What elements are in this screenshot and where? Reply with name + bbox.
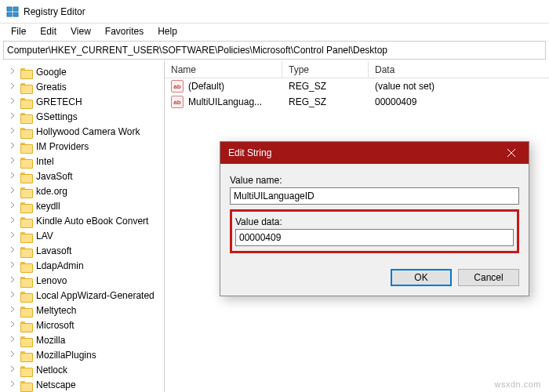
svg-rect-2 <box>7 13 12 16</box>
folder-icon <box>20 305 33 316</box>
tree-item-label: Lavasoft <box>36 245 71 256</box>
tree-item-label: Mozilla <box>36 335 65 346</box>
dialog-body: Value name: Value data: <box>220 164 529 263</box>
folder-icon <box>20 335 33 346</box>
chevron-right-icon[interactable] <box>8 276 17 285</box>
chevron-right-icon[interactable] <box>8 112 17 121</box>
tree-item[interactable]: Netlock <box>0 362 164 377</box>
chevron-right-icon[interactable] <box>8 336 17 344</box>
list-row[interactable]: ab(Default)REG_SZ(value not set) <box>165 78 549 94</box>
tree-item[interactable]: kde.org <box>0 183 164 198</box>
tree-item-label: Google <box>36 67 67 78</box>
tree-item-label: JavaSoft <box>36 171 73 182</box>
menu-edit[interactable]: Edit <box>34 24 63 38</box>
chevron-right-icon[interactable] <box>8 216 17 225</box>
chevron-right-icon[interactable] <box>8 291 17 299</box>
dialog-close-button[interactable] <box>494 142 529 164</box>
chevron-right-icon[interactable] <box>8 365 17 374</box>
folder-icon <box>20 275 33 286</box>
string-value-icon: ab <box>171 96 184 108</box>
folder-icon <box>20 350 33 361</box>
tree-item[interactable]: Lenovo <box>0 273 164 288</box>
folder-icon <box>20 156 33 167</box>
tree-item-label: Intel <box>36 156 54 167</box>
tree-item[interactable]: Lavasoft <box>0 243 164 258</box>
dialog-titlebar[interactable]: Edit String <box>220 142 529 164</box>
tree-item[interactable]: IM Providers <box>0 139 164 154</box>
tree-item[interactable]: Kindle Auto eBook Convert <box>0 213 164 228</box>
chevron-right-icon[interactable] <box>8 97 17 106</box>
dialog-buttons: OK Cancel <box>220 263 529 296</box>
tree-item[interactable]: LAV <box>0 228 164 243</box>
svg-rect-0 <box>7 7 12 11</box>
col-header-data[interactable]: Data <box>369 61 549 78</box>
tree-item[interactable]: GRETECH <box>0 94 164 109</box>
chevron-right-icon[interactable] <box>8 231 17 240</box>
tree-item-label: Meltytech <box>36 305 76 316</box>
col-header-type[interactable]: Type <box>282 61 369 78</box>
value-name-label: Value name: <box>230 175 519 186</box>
cell-data: 00000409 <box>369 96 549 107</box>
cancel-button[interactable]: Cancel <box>458 269 519 286</box>
chevron-right-icon[interactable] <box>8 380 17 389</box>
menu-help[interactable]: Help <box>151 24 184 38</box>
window-title: Registry Editor <box>24 6 85 17</box>
regedit-icon <box>6 5 19 18</box>
edit-string-dialog: Edit String Value name: Value data: OK C… <box>220 141 529 296</box>
chevron-right-icon[interactable] <box>8 350 17 359</box>
tree-item[interactable]: Meltytech <box>0 303 164 318</box>
tree-item[interactable]: LdapAdmin <box>0 258 164 273</box>
tree-item[interactable]: keydll <box>0 198 164 213</box>
tree-item[interactable]: Local AppWizard-Generated <box>0 288 164 303</box>
folder-icon <box>20 141 33 152</box>
tree-item[interactable]: Netscape <box>0 377 164 392</box>
chevron-right-icon[interactable] <box>8 127 17 136</box>
value-data-input[interactable] <box>235 229 514 246</box>
tree-item[interactable]: Google <box>0 64 164 79</box>
chevron-right-icon[interactable] <box>8 261 17 270</box>
folder-icon <box>20 201 33 212</box>
chevron-right-icon[interactable] <box>8 142 17 151</box>
value-name-input[interactable] <box>230 187 519 205</box>
chevron-right-icon[interactable] <box>8 172 17 180</box>
titlebar: Registry Editor <box>0 0 549 24</box>
chevron-right-icon[interactable] <box>8 246 17 255</box>
menu-favorites[interactable]: Favorites <box>99 24 150 38</box>
tree-item[interactable]: MozillaPlugins <box>0 347 164 362</box>
tree-item-label: Kindle Auto eBook Convert <box>36 216 148 227</box>
chevron-right-icon[interactable] <box>8 157 17 165</box>
tree-item[interactable]: Mozilla <box>0 332 164 347</box>
menu-file[interactable]: File <box>5 24 32 38</box>
chevron-right-icon[interactable] <box>8 201 17 210</box>
chevron-right-icon[interactable] <box>8 321 17 329</box>
chevron-right-icon[interactable] <box>8 82 17 91</box>
tree-item-label: keydll <box>36 201 60 212</box>
folder-icon <box>20 260 33 271</box>
tree-item[interactable]: Intel <box>0 154 164 169</box>
list-row[interactable]: abMultiUILanguag...REG_SZ00000409 <box>165 94 549 110</box>
col-header-name[interactable]: Name <box>165 61 282 78</box>
tree-item-label: Local AppWizard-Generated <box>36 290 155 301</box>
tree-item-label: GRETECH <box>36 96 82 107</box>
tree-item-label: LdapAdmin <box>36 260 84 271</box>
tree-item-label: kde.org <box>36 186 67 197</box>
folder-icon <box>20 171 33 182</box>
folder-icon <box>20 216 33 227</box>
folder-icon <box>20 96 33 107</box>
address-bar[interactable]: Computer\HKEY_CURRENT_USER\SOFTWARE\Poli… <box>3 41 546 60</box>
chevron-right-icon[interactable] <box>8 306 17 314</box>
folder-icon <box>20 290 33 301</box>
tree-item[interactable]: Microsoft <box>0 318 164 332</box>
close-icon <box>507 149 515 157</box>
tree-item[interactable]: Hollywood Camera Work <box>0 124 164 139</box>
chevron-right-icon[interactable] <box>8 67 17 76</box>
tree-panel[interactable]: GoogleGreatisGRETECHGSettingsHollywood C… <box>0 61 165 392</box>
tree-item[interactable]: JavaSoft <box>0 169 164 183</box>
cell-type: REG_SZ <box>282 96 369 107</box>
tree-item[interactable]: GSettings <box>0 109 164 124</box>
tree-item[interactable]: Greatis <box>0 79 164 94</box>
menu-view[interactable]: View <box>64 24 97 38</box>
chevron-right-icon[interactable] <box>8 187 17 195</box>
cell-data: (value not set) <box>369 81 549 92</box>
ok-button[interactable]: OK <box>391 269 452 286</box>
